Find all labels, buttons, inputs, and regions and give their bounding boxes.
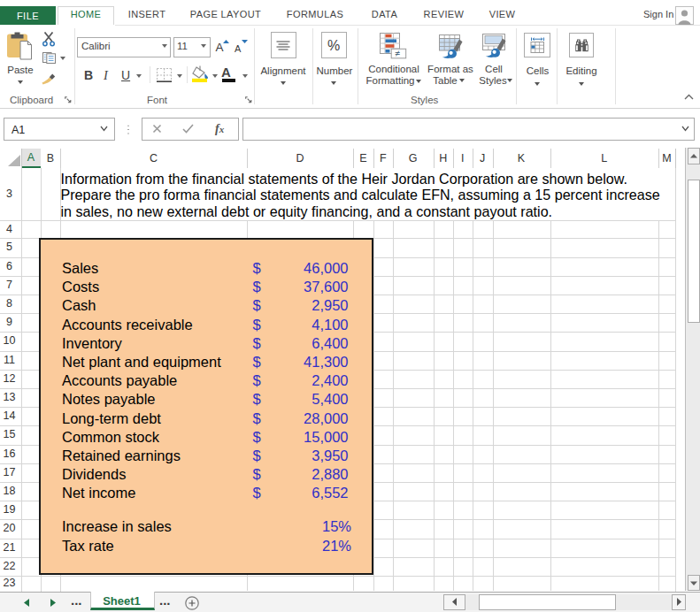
svg-text:≠: ≠ [396,48,401,58]
